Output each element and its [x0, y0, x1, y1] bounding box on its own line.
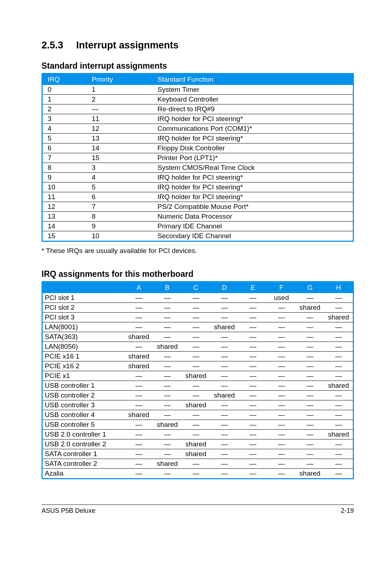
- cell-value: shared: [210, 322, 239, 332]
- cell-value: —: [239, 420, 267, 430]
- cell-value: —: [125, 449, 153, 459]
- cell-value: —: [267, 449, 296, 459]
- cell-value: —: [324, 352, 353, 361]
- cell-func: Numeric Data Processor: [152, 212, 353, 222]
- cell-value: —: [239, 342, 267, 352]
- cell-value: shared: [210, 391, 239, 400]
- cell-value: shared: [324, 313, 353, 322]
- cell-value: —: [239, 400, 267, 410]
- cell-irq: 5: [43, 134, 87, 143]
- cell-func: Keyboard Controller: [152, 95, 353, 104]
- cell-irq: 0: [43, 85, 87, 95]
- cell-value: —: [153, 332, 182, 342]
- cell-priority: 2: [87, 95, 152, 104]
- cell-priority: 6: [87, 192, 152, 202]
- cell-value: —: [182, 391, 210, 400]
- cell-value: —: [125, 430, 153, 439]
- cell-value: —: [182, 459, 210, 469]
- cell-value: shared: [125, 361, 153, 371]
- cell-device: USB controller 1: [43, 381, 125, 391]
- cell-value: —: [210, 449, 239, 459]
- cell-value: —: [267, 469, 296, 478]
- cell-value: —: [182, 469, 210, 478]
- table-row: LAN(8056)—shared——————: [43, 342, 353, 352]
- table-row: 83System CMOS/Real Time Clock: [43, 163, 353, 173]
- cell-device: SATA(363): [43, 332, 125, 342]
- th-col-E: E: [239, 282, 267, 293]
- cell-value: —: [296, 371, 324, 381]
- cell-priority: 1: [87, 85, 152, 95]
- cell-value: —: [324, 371, 353, 381]
- cell-device: PCI slot 1: [43, 293, 125, 303]
- cell-irq: 8: [43, 163, 87, 173]
- cell-irq: 11: [43, 192, 87, 202]
- cell-value: —: [267, 410, 296, 420]
- table-row: 127PS/2 Compatible Mouse Port*: [43, 202, 353, 212]
- cell-value: —: [267, 430, 296, 439]
- cell-value: —: [239, 381, 267, 391]
- cell-value: shared: [296, 303, 324, 313]
- cell-value: —: [182, 430, 210, 439]
- cell-value: —: [296, 332, 324, 342]
- table1-title: Standard interrupt assignments: [42, 61, 354, 71]
- cell-value: —: [267, 352, 296, 361]
- cell-value: —: [267, 342, 296, 352]
- cell-func: IRQ holder for PCI steering*: [152, 183, 353, 192]
- cell-value: shared: [153, 342, 182, 352]
- cell-value: —: [324, 449, 353, 459]
- cell-value: —: [324, 332, 353, 342]
- table-row: PCIE x1——shared—————: [43, 371, 353, 381]
- cell-value: —: [267, 371, 296, 381]
- th-col-F: F: [267, 282, 296, 293]
- cell-value: —: [267, 381, 296, 391]
- cell-value: —: [210, 439, 239, 449]
- cell-func: IRQ holder for PCI steering*: [152, 173, 353, 183]
- cell-value: —: [182, 381, 210, 391]
- cell-value: —: [324, 322, 353, 332]
- cell-value: —: [239, 293, 267, 303]
- cell-value: —: [296, 391, 324, 400]
- table-row: 412Communications Port (COM1)*: [43, 124, 353, 134]
- cell-value: —: [296, 361, 324, 371]
- cell-value: —: [239, 410, 267, 420]
- standard-irq-table: IRQ Priority Standard Function 01System …: [43, 74, 353, 241]
- cell-value: —: [125, 293, 153, 303]
- footer-page-number: 2-19: [341, 507, 354, 515]
- th-irq: IRQ: [43, 74, 87, 85]
- cell-value: —: [153, 439, 182, 449]
- table-row: USB controller 4shared———————: [43, 410, 353, 420]
- cell-value: —: [239, 332, 267, 342]
- cell-value: shared: [296, 469, 324, 478]
- cell-value: —: [125, 342, 153, 352]
- cell-value: —: [210, 361, 239, 371]
- th-col-D: D: [210, 282, 239, 293]
- table-row: 2—Re-direct to IRQ#9: [43, 104, 353, 114]
- cell-irq: 6: [43, 143, 87, 153]
- cell-func: Primary IDE Channel: [152, 222, 353, 231]
- cell-func: Communications Port (COM1)*: [152, 124, 353, 134]
- table-row: 1510Secondary IDE Channel: [43, 231, 353, 241]
- table-row: PCIE x16 1shared———————: [43, 352, 353, 361]
- table-row: PCIE x16 2shared———————: [43, 361, 353, 371]
- cell-value: —: [239, 371, 267, 381]
- th-function: Standard Function: [152, 74, 353, 85]
- cell-value: —: [324, 420, 353, 430]
- cell-value: —: [125, 439, 153, 449]
- table-row: USB controller 3——shared—————: [43, 400, 353, 410]
- cell-value: —: [296, 293, 324, 303]
- footer-rule: [42, 505, 354, 505]
- cell-irq: 13: [43, 212, 87, 222]
- th-col-C: C: [182, 282, 210, 293]
- cell-value: —: [239, 303, 267, 313]
- cell-value: —: [267, 391, 296, 400]
- table-row: 513IRQ holder for PCI steering*: [43, 134, 353, 143]
- table-row: SATA controller 1——shared—————: [43, 449, 353, 459]
- cell-func: Printer Port (LPT1)*: [152, 153, 353, 163]
- cell-value: —: [239, 469, 267, 478]
- cell-value: —: [267, 313, 296, 322]
- cell-value: —: [153, 303, 182, 313]
- cell-value: shared: [125, 352, 153, 361]
- cell-value: —: [239, 459, 267, 469]
- table-row: PCI slot 2——————shared—: [43, 303, 353, 313]
- cell-device: LAN(8001): [43, 322, 125, 332]
